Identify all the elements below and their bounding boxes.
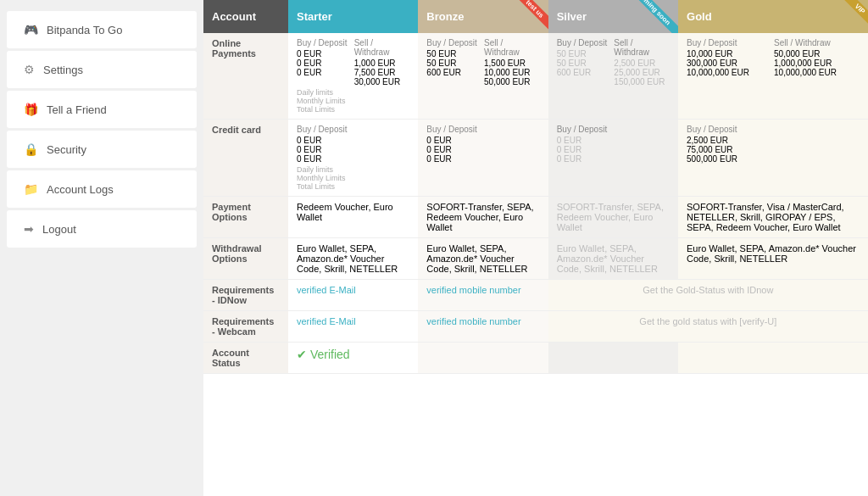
col-header-account: Account <box>203 0 288 33</box>
starter-idnow-link[interactable]: verified E-Mail <box>297 285 356 295</box>
silver-payment-options: SOFORT-Transfer, SEPA, Redeem Voucher, E… <box>548 197 678 238</box>
bronze-credit-card: Buy / Deposit 0 EUR 0 EUR 0 EUR <box>418 120 548 197</box>
gold-online-payments: Buy / Deposit 10,000 EUR 300,000 EUR 10,… <box>678 33 868 120</box>
col-header-silver: Silver coming soon <box>548 0 678 33</box>
bronze-idnow-link[interactable]: verified mobile number <box>426 285 520 295</box>
gold-payment-options: SOFORT-Transfer, Visa / MasterCard, NETE… <box>678 197 868 238</box>
sidebar-item-tell-a-friend[interactable]: 🎁 Tell a Friend <box>7 91 197 128</box>
starter-online-payments: Buy / Deposit 0 EUR 0 EUR 0 EUR Sell / W… <box>288 33 418 120</box>
gold-withdrawal-options: Euro Wallet, SEPA, Amazon.de* Voucher Co… <box>678 238 868 280</box>
col-header-bronze: Bronze test us <box>418 0 548 33</box>
main-content: Account Starter Bronze test us Silver co… <box>203 0 868 496</box>
label-online-payments: Online Payments <box>203 33 288 120</box>
row-requirements-webcam: Requirements - Webcam verified E-Mail ve… <box>203 311 868 343</box>
bronze-account-status <box>418 343 548 374</box>
sidebar-item-bitpanda-to-go[interactable]: 🎮 Bitpanda To Go <box>7 11 197 48</box>
silver-ribbon: coming soon <box>626 0 678 33</box>
bronze-webcam-link[interactable]: verified mobile number <box>426 316 520 326</box>
account-table: Account Starter Bronze test us Silver co… <box>203 0 868 374</box>
silver-gold-requirements-webcam: Get the gold status with [verify-U] <box>548 311 868 343</box>
label-payment-options: Payment Options <box>203 197 288 238</box>
bronze-online-payments: Buy / Deposit 50 EUR 50 EUR 600 EUR Sell… <box>418 33 548 120</box>
silver-account-status <box>548 343 678 374</box>
label-requirements-webcam: Requirements - Webcam <box>203 311 288 343</box>
label-requirements-idnow: Requirements - IDNow <box>203 280 288 311</box>
silver-credit-card: Buy / Deposit 0 EUR 0 EUR 0 EUR <box>548 120 678 197</box>
gamepad-icon: 🎮 <box>24 23 38 36</box>
row-credit-card: Credit card Buy / Deposit 0 EUR 0 EUR 0 … <box>203 120 868 197</box>
row-online-payments: Online Payments Buy / Deposit 0 EUR 0 EU… <box>203 33 868 120</box>
folder-icon: 📁 <box>24 182 38 196</box>
sidebar-item-account-logs[interactable]: 📁 Account Logs <box>7 170 197 208</box>
logout-icon: ➡ <box>24 222 34 236</box>
silver-withdrawal-options: Euro Wallet, SEPA, Amazon.de* Voucher Co… <box>548 238 678 280</box>
gift-icon: 🎁 <box>24 103 38 116</box>
col-header-gold: Gold VIP <box>678 0 868 33</box>
gold-ribbon: VIP <box>842 0 868 27</box>
starter-withdrawal-options: Euro Wallet, SEPA, Amazon.de* Voucher Co… <box>288 238 418 280</box>
bronze-payment-options: SOFORT-Transfer, SEPA, Redeem Voucher, E… <box>418 197 548 238</box>
gear-icon: ⚙ <box>24 63 35 76</box>
bronze-ribbon: test us <box>513 0 548 31</box>
starter-requirements-idnow: verified E-Mail <box>288 280 418 311</box>
bronze-requirements-idnow: verified mobile number <box>418 280 548 311</box>
starter-account-status: ✔ Verified <box>288 343 418 374</box>
silver-online-payments: Buy / Deposit 50 EUR 50 EUR 600 EUR Sell… <box>548 33 678 120</box>
row-account-status: Account Status ✔ Verified <box>203 343 868 374</box>
label-withdrawal-options: Withdrawal Options <box>203 238 288 280</box>
row-requirements-idnow: Requirements - IDNow verified E-Mail ver… <box>203 280 868 311</box>
gold-account-status <box>678 343 868 374</box>
starter-payment-options: Redeem Voucher, Euro Wallet <box>288 197 418 238</box>
bronze-requirements-webcam: verified mobile number <box>418 311 548 343</box>
sidebar: 🎮 Bitpanda To Go ⚙ Settings 🎁 Tell a Fri… <box>0 0 203 496</box>
row-withdrawal-options: Withdrawal Options Euro Wallet, SEPA, Am… <box>203 238 868 280</box>
starter-webcam-link[interactable]: verified E-Mail <box>297 316 356 326</box>
shield-icon: 🔒 <box>24 142 38 156</box>
row-payment-options: Payment Options Redeem Voucher, Euro Wal… <box>203 197 868 238</box>
verified-checkmark: ✔ Verified <box>297 348 350 361</box>
silver-gold-requirements-idnow: Get the Gold-Status with IDnow <box>548 280 868 311</box>
gold-credit-card: Buy / Deposit 2,500 EUR 75,000 EUR 500,0… <box>678 120 868 197</box>
bronze-withdrawal-options: Euro Wallet, SEPA, Amazon.de* Voucher Co… <box>418 238 548 280</box>
label-credit-card: Credit card <box>203 120 288 197</box>
starter-requirements-webcam: verified E-Mail <box>288 311 418 343</box>
col-header-starter: Starter <box>288 0 418 33</box>
starter-credit-card: Buy / Deposit 0 EUR 0 EUR 0 EUR Daily li… <box>288 120 418 197</box>
label-account-status: Account Status <box>203 343 288 374</box>
sidebar-item-security[interactable]: 🔒 Security <box>7 131 197 168</box>
sidebar-item-settings[interactable]: ⚙ Settings <box>7 51 197 88</box>
sidebar-item-logout[interactable]: ➡ Logout <box>7 210 197 248</box>
